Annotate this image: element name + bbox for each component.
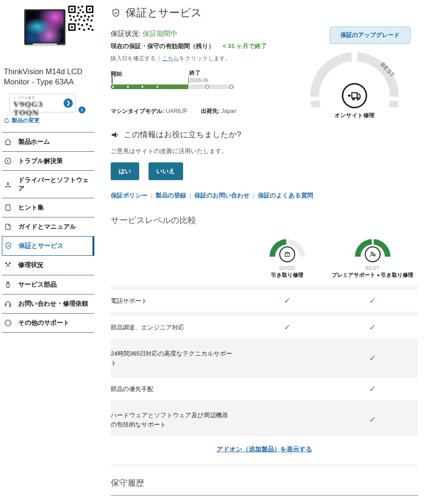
comparison-table: 電話サポート ✓ ✓ 部品調達、エンジニア対応 ✓ ✓ 24時間365日対応の高… xyxy=(111,285,418,435)
comparison-title: サービスレベルの比較 xyxy=(111,215,418,226)
onsite-truck-icon xyxy=(342,83,367,108)
timeline-end-date: 2028-06 xyxy=(190,77,208,83)
sidebar-item-label: ガイドとマニュアル xyxy=(18,223,76,231)
headset-icon xyxy=(4,300,12,308)
timeline-future-point xyxy=(229,85,233,89)
comparison-row: ハードウェアとソフトウェア及び周辺機器の包括的なサポート ✓ xyxy=(111,405,418,435)
manuals-icon xyxy=(4,223,12,231)
product-image-screen xyxy=(26,11,64,42)
sidebar-item-label: お問い合わせ・修理依頼 xyxy=(18,300,88,308)
troubleshooting-icon xyxy=(4,157,12,165)
purchase-fix-label: 購入日を修正する xyxy=(111,55,156,62)
carry-in-icon xyxy=(279,246,295,262)
plan-name-label: 引き取り修理 xyxy=(248,272,327,279)
sidebar-item-label: 修理状況 xyxy=(18,261,43,269)
serial-go-button[interactable]: ❯ xyxy=(64,98,73,108)
best-check: ✓ xyxy=(327,384,418,394)
warranty-period-value: < 31 ヶ月で終了 xyxy=(223,42,267,49)
sidebar-item-drivers-software[interactable]: ドライバーとソフトウェア xyxy=(2,170,94,198)
comparison-row: 電話サポート ✓ ✓ xyxy=(111,290,418,312)
product-name: ThinkVision M14d LCD Monitor - Type 63AA xyxy=(4,66,94,87)
best-check: ✓ xyxy=(327,322,418,332)
comparison-row: 部品調達、エンジニア対応 ✓ ✓ xyxy=(111,316,418,338)
warranty-upgrade-button[interactable]: 保証のアップグレード xyxy=(330,27,411,44)
premier-support-icon xyxy=(365,246,381,262)
plan-level-label: GOOD xyxy=(248,265,327,271)
purchase-here-link[interactable]: こちら xyxy=(162,55,179,62)
timeline-end-label: 終了 2028-06 xyxy=(190,69,208,83)
sidebar-item-guides-manuals[interactable]: ガイドとマニュアル xyxy=(2,217,94,236)
sidebar-item-warranty-services[interactable]: 保証とサービス xyxy=(2,236,94,256)
timeline-future-point xyxy=(205,85,209,89)
comparison-header-spacer xyxy=(111,239,248,279)
change-product-link[interactable]: 製品の変更 xyxy=(4,117,94,125)
sidebar-item-troubleshooting[interactable]: トラブル解決策 xyxy=(2,151,94,170)
sidebar-item-tips[interactable]: ヒント集 xyxy=(2,198,94,217)
repair-status-icon xyxy=(4,261,12,269)
good-check: ✓ xyxy=(248,296,327,306)
hints-icon xyxy=(4,203,12,212)
sidebar-item-label: その他のサポート xyxy=(18,319,70,327)
qr-code xyxy=(67,5,94,32)
megaphone-icon xyxy=(111,131,119,139)
swap-icon xyxy=(4,118,10,124)
download-icon xyxy=(4,180,12,189)
warranty-link[interactable]: 保証のよくある質問 xyxy=(258,192,313,199)
show-addons-link[interactable]: アドオン（追加製品）を表示する xyxy=(217,446,312,453)
sidebar-item-contact-repair[interactable]: お問い合わせ・修理依頼 xyxy=(2,294,94,313)
machine-type-value: UAR6JP xyxy=(166,108,187,114)
warranty-period-label: 現在の保証・保守の有効期間（残り） xyxy=(111,42,214,49)
plan-name-label: プレミアサポート＋引き取り修理 xyxy=(327,272,418,279)
timeline-bar xyxy=(111,84,235,89)
change-product-label: 製品の変更 xyxy=(12,117,40,125)
separator: | xyxy=(151,192,152,199)
comparison-row: 24時間365日対応の高度なテクニカルサポート ✓ xyxy=(111,343,418,373)
main-content: 保証とサービス 保証状況: 保証期間中 現在の保証・保守の有効期間（残り） < … xyxy=(111,0,418,504)
machine-type-label: マシンタイプモデル: xyxy=(111,108,164,114)
timeline-dot xyxy=(112,86,114,88)
timeline-dot xyxy=(142,86,143,88)
parts-icon xyxy=(4,280,12,289)
best-check: ✓ xyxy=(327,353,418,363)
section-divider xyxy=(111,465,418,465)
sidebar-item-repair-status[interactable]: 修理状況 xyxy=(2,256,94,275)
comparison-row: 部品の優先手配 ✓ xyxy=(111,378,418,400)
history-title: 保守履歴 xyxy=(111,477,418,489)
warranty-link[interactable]: 保証のお問い合わせ xyxy=(194,192,250,199)
timeline-tick-end xyxy=(188,77,189,84)
warranty-status-label: 保証状況: xyxy=(111,29,141,37)
feedback-note: ご意見はサイトの改善に活用いたします。 xyxy=(111,147,418,155)
sidebar-item-label: ヒント集 xyxy=(18,203,44,212)
warranty-services-page: ThinkVision M14d LCD Monitor - Type 63AA… xyxy=(0,0,425,504)
feedback-question: この情報はお役に立ちましたか? xyxy=(111,129,418,140)
ship-to-value: Japan xyxy=(221,108,237,114)
warranty-status-value: 保証期間中 xyxy=(142,29,177,37)
warranty-link[interactable]: 製品の登録 xyxy=(156,192,186,199)
sidebar-item-label: 保証とサービス xyxy=(19,242,64,250)
sidebar-item-product-home[interactable]: 製品ホーム xyxy=(2,132,94,151)
sidebar-item-label: ドライバーとソフトウェア xyxy=(18,176,92,193)
history-divider xyxy=(111,495,418,496)
sidebar-item-label: 製品ホーム xyxy=(18,138,50,146)
product-image-stand xyxy=(33,43,57,45)
serial-number-value: V9QG3 TOQN xyxy=(14,100,63,117)
feedback-yes-button[interactable]: はい xyxy=(111,162,139,180)
sidebar-item-label: トラブル解決策 xyxy=(18,157,63,165)
info-icon[interactable]: i xyxy=(78,106,85,113)
shield-check-icon xyxy=(4,242,13,250)
feedback-no-button[interactable]: いいえ xyxy=(149,162,183,180)
serial-number-box[interactable]: シリアル番号 V9QG3 TOQN ❯ xyxy=(9,94,76,112)
timeline-tick-start xyxy=(112,77,113,84)
separator: | xyxy=(253,192,255,199)
warranty-link[interactable]: 保証ポリシー xyxy=(111,192,148,199)
serial-number-label: シリアル番号 xyxy=(14,96,63,100)
best-check: ✓ xyxy=(327,415,418,425)
ship-to-label: 出荷先: xyxy=(201,108,220,114)
timeline-progress xyxy=(111,84,188,89)
sidebar-item-other-support[interactable]: その他のサポート xyxy=(2,313,94,333)
shield-check-icon xyxy=(111,8,121,18)
warranty-timeline: 開始 終了 2028-06 xyxy=(111,70,235,91)
sidebar-item-service-parts[interactable]: サービス部品 xyxy=(2,275,94,294)
plan-level-label: BEST xyxy=(327,265,418,271)
purchase-suffix: をクリックします。 xyxy=(179,55,231,62)
